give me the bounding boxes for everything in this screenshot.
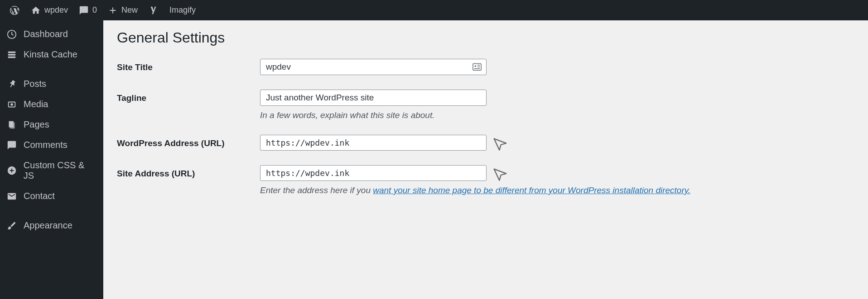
sidebar-label: Custom CSS & JS [24, 160, 97, 181]
site-title-row: Site Title [117, 59, 854, 75]
page-title: General Settings [117, 29, 854, 46]
comments-link[interactable]: 0 [73, 0, 102, 20]
sidebar-label: Kinsta Cache [24, 49, 77, 60]
site-url-input[interactable] [260, 165, 487, 181]
media-icon [6, 100, 17, 109]
sidebar-label: Appearance [24, 220, 72, 231]
site-name-link[interactable]: wpdev [25, 0, 73, 20]
yoast-link[interactable] [143, 0, 164, 20]
new-content-link[interactable]: New [102, 0, 143, 20]
svg-rect-2 [8, 54, 16, 56]
tagline-description: In a few words, explain what this site i… [260, 110, 854, 120]
sidebar-label: Dashboard [24, 29, 68, 39]
admin-sidebar: Dashboard Kinsta Cache Posts Media Page [0, 20, 103, 299]
svg-rect-3 [8, 56, 16, 58]
site-url-row: Site Address (URL) Enter the address her… [117, 165, 854, 195]
sidebar-item-kinsta-cache[interactable]: Kinsta Cache [0, 44, 103, 65]
cache-icon [6, 50, 17, 60]
sidebar-label: Posts [24, 79, 46, 89]
pin-icon [6, 79, 17, 89]
yoast-icon [149, 5, 159, 15]
page-icon [6, 120, 17, 130]
site-title-label: Site Title [117, 59, 260, 72]
sidebar-item-appearance[interactable]: Appearance [0, 215, 103, 236]
wp-logo-link[interactable] [4, 0, 25, 20]
cursor-pointer-icon [491, 166, 509, 184]
sidebar-label: Comments [24, 140, 68, 150]
comment-icon [6, 140, 17, 150]
svg-rect-7 [10, 122, 14, 128]
dashboard-icon [6, 29, 17, 39]
cursor-pointer-icon [491, 136, 509, 154]
home-icon [31, 5, 41, 15]
wp-url-label: WordPress Address (URL) [117, 135, 260, 148]
svg-point-5 [10, 103, 13, 106]
sidebar-label: Contact [24, 191, 55, 201]
comment-icon [79, 5, 89, 15]
site-url-description: Enter the address here if you want your … [260, 185, 854, 195]
plus-circle-icon [6, 166, 17, 176]
sidebar-item-custom-css-js[interactable]: Custom CSS & JS [0, 155, 103, 186]
sidebar-item-comments[interactable]: Comments [0, 135, 103, 155]
site-name-label: wpdev [44, 5, 68, 15]
tagline-row: Tagline In a few words, explain what thi… [117, 90, 854, 120]
comments-count: 0 [92, 5, 97, 15]
wp-url-input[interactable] [260, 135, 487, 151]
tagline-input[interactable] [260, 90, 487, 106]
wp-url-row: WordPress Address (URL) [117, 135, 854, 151]
site-url-description-link[interactable]: want your site home page to be different… [373, 185, 690, 195]
site-title-input[interactable] [260, 59, 487, 75]
site-url-description-prefix: Enter the address here if you [260, 185, 373, 195]
sidebar-item-dashboard[interactable]: Dashboard [0, 24, 103, 44]
tagline-label: Tagline [117, 90, 260, 103]
svg-rect-1 [8, 51, 16, 53]
sidebar-item-pages[interactable]: Pages [0, 114, 103, 135]
mail-icon [6, 191, 17, 201]
sidebar-label: Pages [24, 119, 49, 130]
settings-content: General Settings Site Title Tagline In a… [103, 20, 868, 299]
wordpress-icon [9, 5, 20, 16]
svg-point-10 [475, 65, 477, 67]
imagify-label: Imagify [169, 5, 196, 15]
brush-icon [6, 221, 17, 231]
imagify-link[interactable]: Imagify [164, 0, 201, 20]
plus-icon [108, 5, 118, 15]
sidebar-item-contact[interactable]: Contact [0, 186, 103, 206]
sidebar-item-posts[interactable]: Posts [0, 74, 103, 94]
sidebar-label: Media [24, 99, 48, 109]
admin-bar: wpdev 0 New Imagify [0, 0, 868, 20]
new-label: New [121, 5, 138, 15]
autofill-icon [472, 62, 482, 71]
sidebar-item-media[interactable]: Media [0, 94, 103, 114]
site-url-label: Site Address (URL) [117, 165, 260, 179]
